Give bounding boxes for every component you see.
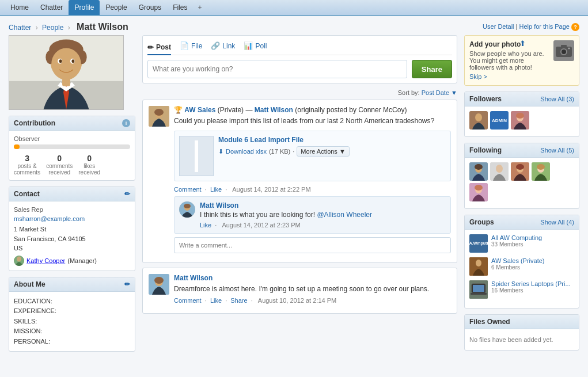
like-link-1[interactable]: Like — [210, 186, 222, 193]
following-5[interactable] — [469, 183, 488, 201]
feed-item-2-content: Matt Wilson Dreamforce is almost here. I… — [174, 274, 451, 304]
contact-email-link[interactable]: msharron@example.com — [14, 215, 85, 222]
following-1[interactable] — [469, 162, 488, 181]
file-name-link[interactable]: Module 6 Lead Import File — [218, 136, 304, 144]
contribution-progress-fill — [14, 144, 20, 149]
more-actions-chevron-icon: ▼ — [339, 148, 346, 155]
svg-point-22 — [154, 277, 164, 284]
followers-header: Followers Show All (3) — [465, 92, 579, 106]
help-link[interactable]: Help for this Page — [519, 23, 570, 30]
download-link[interactable]: Download xlsx — [226, 148, 267, 155]
nav-profile[interactable]: Profile — [69, 0, 100, 15]
manager-link[interactable]: Kathy Cooper — [26, 257, 65, 264]
post-input-row: Share — [147, 60, 452, 78]
share-button[interactable]: Share — [412, 60, 452, 78]
follower-3[interactable] — [511, 111, 529, 130]
more-actions-button[interactable]: More Actions ▼ — [297, 146, 349, 157]
reply-like-link[interactable]: Like — [200, 222, 211, 229]
follower-2[interactable]: ADMIN — [490, 111, 509, 130]
nav-plus[interactable]: + — [193, 1, 206, 14]
contribution-stats: 3 posts &comments 0 commentsreceived 0 l… — [14, 154, 130, 176]
tab-post[interactable]: ✏ Post — [147, 40, 171, 55]
stat-posts: 3 posts &comments — [14, 154, 40, 176]
svg-point-37 — [496, 165, 503, 173]
svg-point-19 — [184, 204, 191, 208]
stat-posts-num: 3 — [14, 154, 40, 163]
stat-comments-received: 0 commentsreceived — [46, 154, 73, 176]
groups-header: Groups Show All (4) — [465, 215, 579, 230]
following-3[interactable] — [511, 162, 529, 181]
following-header: Following Show All (5) — [465, 143, 579, 158]
following-show-all[interactable]: Show All (5) — [540, 147, 574, 154]
like-link-2[interactable]: Like — [210, 297, 222, 304]
contact-edit-icon[interactable]: ✏ — [124, 190, 130, 198]
post-icon: ✏ — [147, 43, 154, 52]
files-owned-header: Files Owned — [465, 315, 579, 329]
comment-input-1[interactable] — [174, 237, 451, 253]
reply-text-1: I think this is what you are looking for… — [200, 211, 446, 219]
share-link-2[interactable]: Share — [230, 297, 247, 304]
comment-link-2[interactable]: Comment — [174, 297, 202, 304]
feed-item-1-content: 🏆 AW Sales (Private) — Matt Wilson (orig… — [174, 106, 451, 253]
comment-link-1[interactable]: Comment — [174, 186, 202, 193]
stat-likes-label: likesreceived — [78, 163, 100, 176]
spreadsheet-preview — [195, 140, 198, 172]
camera-icon — [553, 40, 574, 61]
sort-bar: Sort by: Post Date ▼ — [142, 89, 457, 96]
svg-point-27 — [568, 48, 570, 49]
group-name-2[interactable]: AW Sales (Private) — [491, 257, 574, 264]
followers-body: ADMIN — [465, 106, 579, 136]
following-4[interactable] — [532, 162, 550, 181]
tab-file-label: File — [191, 42, 202, 50]
reply-timestamp: August 14, 2012 at 2:23 PM — [222, 222, 300, 229]
following-row-2 — [469, 183, 574, 201]
help-icon[interactable]: ? — [571, 23, 579, 31]
group-name-3[interactable]: Spider Series Laptops (Pri... — [491, 280, 574, 287]
contribution-info-icon[interactable]: i — [122, 119, 130, 127]
contact-body: Sales Rep msharron@example.com 1 Market … — [9, 201, 135, 271]
tab-poll[interactable]: 📊 Poll — [244, 40, 267, 51]
groups-body: A.W mputi All AW Computing 33 Members — [465, 230, 579, 308]
svg-point-25 — [562, 49, 566, 54]
follower-1[interactable] — [469, 111, 488, 130]
nav-groups[interactable]: Groups — [133, 0, 167, 15]
breadcrumb-people[interactable]: People — [42, 24, 63, 32]
about-me-edit-icon[interactable]: ✏ — [124, 280, 130, 288]
feed-avatar-2 — [149, 274, 169, 295]
matt-wilson-link-1[interactable]: Matt Wilson — [255, 106, 293, 114]
group-info-3: Spider Series Laptops (Pri... 16 Members — [491, 280, 574, 294]
nav-chatter[interactable]: Chatter — [35, 0, 69, 15]
right-sidebar: ⬆ Add your photo Show people who you are… — [464, 35, 579, 357]
skip-link[interactable]: Skip > — [469, 73, 487, 80]
tab-link[interactable]: 🔗 Link — [211, 40, 235, 51]
file-thumb-1 — [179, 136, 214, 176]
followers-show-all[interactable]: Show All (3) — [540, 96, 574, 102]
matt-wilson-link-2[interactable]: Matt Wilson — [174, 274, 213, 282]
user-detail-link[interactable]: User Detail — [483, 23, 514, 30]
breadcrumb: Chatter › People › Matt Wilson — [9, 22, 128, 32]
nav-people[interactable]: People — [100, 0, 132, 15]
nav-files[interactable]: Files — [167, 0, 193, 15]
profile-photo-placeholder — [9, 36, 123, 109]
groups-title: Groups — [469, 218, 494, 226]
manager-suffix: (Manager) — [67, 257, 97, 264]
sort-post-date[interactable]: Post Date ▼ — [422, 89, 457, 96]
groups-show-all[interactable]: Show All (4) — [540, 219, 574, 226]
stat-posts-label: posts &comments — [14, 163, 40, 176]
aw-sales-link[interactable]: AW Sales — [184, 106, 215, 114]
breadcrumb-chatter[interactable]: Chatter — [9, 24, 31, 32]
post-input[interactable] — [147, 60, 407, 78]
about-me-body: EDUCATION: EXPERIENCE: SKILLS: MISSION: … — [9, 292, 135, 352]
svg-rect-11 — [62, 78, 70, 86]
feed-item-1-actions: Comment · Like · August 14, 2012 at 2:22… — [174, 186, 451, 193]
tab-post-label: Post — [156, 43, 171, 51]
follower-row: ADMIN — [469, 111, 574, 130]
sort-current: Post Date — [422, 89, 449, 96]
following-box: Following Show All (5) — [464, 143, 579, 209]
group-name-1[interactable]: All AW Computing — [491, 234, 574, 241]
tab-file[interactable]: 📄 File — [180, 40, 202, 51]
post-tabs: ✏ Post 📄 File 🔗 Link 📊 Poll — [147, 40, 452, 55]
nav-home[interactable]: Home — [5, 0, 35, 15]
following-2[interactable] — [490, 162, 509, 181]
mention-link[interactable]: @Allison Wheeler — [317, 211, 372, 219]
